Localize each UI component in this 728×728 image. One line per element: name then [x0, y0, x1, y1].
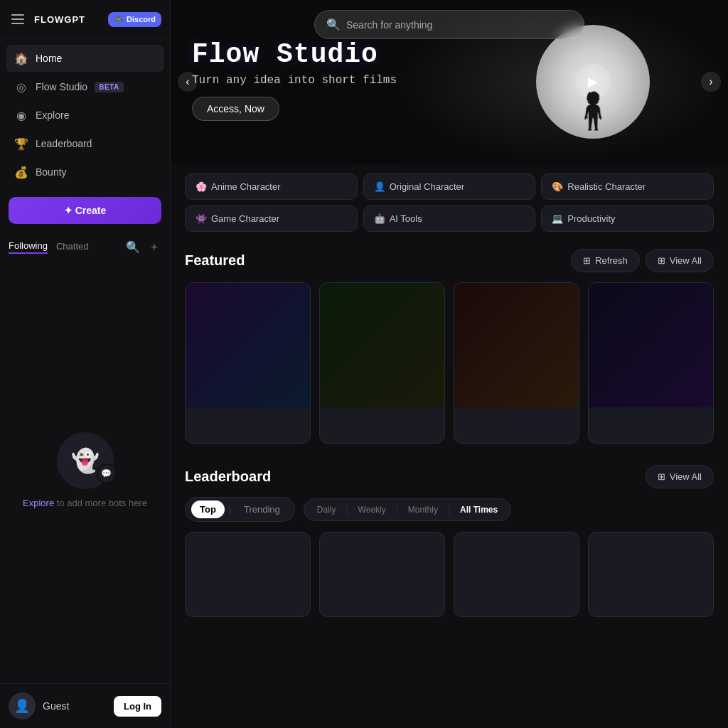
- hero-text: Flow Studio Turn any idea into short fil…: [171, 0, 418, 135]
- sidebar-item-home[interactable]: 🏠 Home: [6, 45, 164, 72]
- card-image-4: [589, 283, 713, 407]
- realistic-emoji: 🎨: [552, 181, 563, 192]
- category-grid: 🌸 Anime Character 👤 Original Character 🎨…: [171, 164, 728, 242]
- filter-monthly[interactable]: Monthly: [401, 502, 445, 518]
- category-original-character[interactable]: 👤 Original Character: [363, 173, 536, 200]
- category-game-character[interactable]: 👾 Game Character: [185, 205, 358, 232]
- hero-cta-button[interactable]: Access, Now: [192, 97, 279, 121]
- avatar: 👤: [9, 692, 36, 719]
- hamburger-menu[interactable]: [9, 11, 27, 27]
- card-info-3: [454, 407, 579, 443]
- flow-studio-icon: ◎: [14, 80, 28, 94]
- leaderboard-title: Leaderboard: [185, 469, 271, 485]
- tab-top[interactable]: Top: [191, 500, 225, 518]
- featured-header: Featured ⊞ Refresh ⊞ View All: [185, 249, 714, 272]
- search-chats-button[interactable]: 🔍: [124, 238, 141, 256]
- anime-emoji: 🌸: [196, 181, 207, 192]
- nav-menu: 🏠 Home ◎ Flow Studio BETA ◉ Explore 🏆 Le…: [0, 39, 170, 191]
- leaderboard-card-3[interactable]: [454, 532, 579, 617]
- featured-section: Featured ⊞ Refresh ⊞ View All: [171, 242, 728, 458]
- following-tab[interactable]: Following: [9, 240, 48, 254]
- empty-chats-state: 👻 💬 Explore to add more bots here: [9, 263, 161, 678]
- card-image-1: [186, 283, 310, 407]
- leaderboard-card-1[interactable]: [185, 532, 311, 617]
- card-name-2: [328, 414, 436, 425]
- featured-card-1[interactable]: [185, 282, 311, 444]
- card-name-4: [597, 414, 705, 425]
- hero-next-button[interactable]: ›: [701, 72, 721, 92]
- sidebar-chat-panel: Following Chatted 🔍 ＋ 👻 💬 Explore to add…: [0, 230, 170, 683]
- sidebar-item-flow-studio[interactable]: ◎ Flow Studio BETA: [6, 73, 164, 100]
- sidebar-item-bounty[interactable]: 💰 Bounty: [6, 159, 164, 186]
- leaderboard-section: Leaderboard ⊞ View All Top | Trending Da…: [171, 458, 728, 631]
- explore-cta-text: Explore to add more bots here: [23, 498, 147, 508]
- silhouette: 🧍: [571, 90, 615, 132]
- leaderboard-header: Leaderboard ⊞ View All: [185, 465, 714, 488]
- card-info-2: [320, 407, 444, 443]
- card-image-2: [320, 283, 444, 407]
- filter-all-times[interactable]: All Times: [453, 502, 505, 518]
- category-realistic-character[interactable]: 🎨 Realistic Character: [541, 173, 714, 200]
- login-button[interactable]: Log In: [114, 696, 161, 717]
- main-content: ▶ 🧍 🔍 Flow Studio Turn any idea into sho…: [171, 0, 728, 728]
- moon-circle: ▶ 🧍: [536, 25, 650, 139]
- discord-icon: 🎮: [114, 15, 124, 24]
- leaderboard-type-tabs: Top | Trending: [185, 497, 295, 522]
- card-meta-1: [194, 427, 301, 436]
- refresh-button[interactable]: ⊞ Refresh: [571, 249, 640, 272]
- user-name: Guest: [43, 700, 107, 712]
- card-info-4: [589, 407, 713, 443]
- leaderboard-card-2[interactable]: [319, 532, 445, 617]
- card-info-1: [186, 407, 310, 443]
- view-all-featured-button[interactable]: ⊞ View All: [646, 249, 714, 272]
- ai-tools-emoji: 🤖: [374, 213, 385, 224]
- tab-trending[interactable]: Trending: [235, 500, 289, 518]
- bounty-icon: 💰: [14, 165, 28, 179]
- hero-banner: ▶ 🧍 🔍 Flow Studio Turn any idea into sho…: [171, 0, 728, 164]
- filter-weekly[interactable]: Weekly: [351, 502, 393, 518]
- filter-daily[interactable]: Daily: [310, 502, 343, 518]
- original-emoji: 👤: [374, 181, 385, 192]
- beta-badge: BETA: [95, 82, 123, 92]
- featured-title: Featured: [185, 252, 245, 269]
- chat-tabs: Following Chatted 🔍 ＋: [9, 238, 161, 256]
- hero-prev-button[interactable]: ‹: [178, 72, 198, 92]
- sidebar-item-explore[interactable]: ◉ Explore: [6, 102, 164, 129]
- productivity-emoji: 💻: [552, 213, 563, 224]
- add-chat-button[interactable]: ＋: [147, 238, 161, 256]
- card-meta-4: [597, 427, 705, 436]
- app-logo: FLOWGPT: [34, 14, 85, 25]
- chat-actions: 🔍 ＋: [124, 238, 161, 256]
- sidebar-header: FLOWGPT 🎮 Discord: [0, 0, 170, 39]
- view-all-lb-icon: ⊞: [658, 471, 665, 482]
- hero-subtitle: Turn any idea into short films: [192, 74, 397, 87]
- featured-card-2[interactable]: [319, 282, 445, 444]
- category-ai-tools[interactable]: 🤖 AI Tools: [363, 205, 536, 232]
- featured-actions: ⊞ Refresh ⊞ View All: [571, 249, 714, 272]
- ghost-avatar: 👻 💬: [57, 432, 114, 489]
- discord-button[interactable]: 🎮 Discord: [108, 12, 161, 27]
- refresh-icon: ⊞: [583, 255, 591, 266]
- card-name-1: [194, 414, 301, 425]
- category-productivity[interactable]: 💻 Productivity: [541, 205, 714, 232]
- create-button[interactable]: ✦ Create: [9, 197, 161, 224]
- hero-title: Flow Studio: [192, 39, 397, 70]
- view-all-leaderboard-button[interactable]: ⊞ View All: [646, 465, 714, 488]
- chatted-tab[interactable]: Chatted: [56, 241, 89, 253]
- category-anime-character[interactable]: 🌸 Anime Character: [185, 173, 358, 200]
- game-emoji: 👾: [196, 213, 207, 224]
- card-meta-2: [328, 427, 436, 436]
- sidebar-item-leaderboard[interactable]: 🏆 Leaderboard: [6, 130, 164, 157]
- home-icon: 🏠: [14, 51, 28, 65]
- view-all-icon: ⊞: [658, 255, 665, 266]
- featured-cards-grid: [185, 282, 714, 444]
- card-name-3: [463, 414, 570, 425]
- leaderboard-card-4[interactable]: [588, 532, 714, 617]
- card-image-3: [454, 283, 579, 407]
- explore-cta-link[interactable]: Explore: [23, 498, 54, 508]
- leaderboard-icon: 🏆: [14, 136, 28, 151]
- featured-card-3[interactable]: [454, 282, 579, 444]
- leaderboard-cards-grid: [185, 532, 714, 617]
- featured-card-4[interactable]: [588, 282, 714, 444]
- leaderboard-controls: Top | Trending Daily | Weekly | Monthly …: [185, 497, 714, 522]
